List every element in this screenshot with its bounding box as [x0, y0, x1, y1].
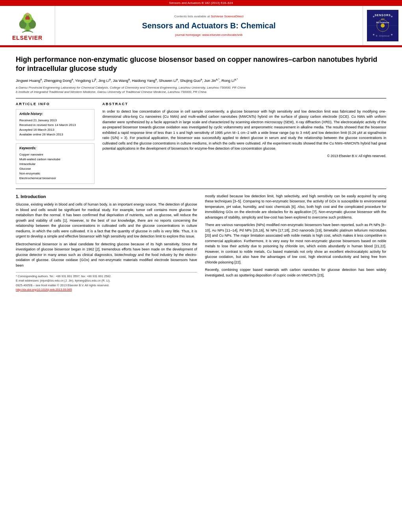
keyword-4: Glucose: [19, 167, 91, 171]
svg-point-15: [373, 34, 374, 35]
footnote-issn: 0925-4005/$ – see front matter © 2013 El…: [16, 283, 197, 287]
body-area: 1. Introduction Glucose, existing widely…: [16, 194, 386, 292]
right-para2: There are various nanoparticles (NPs) mo…: [205, 222, 387, 265]
elsevier-logo: ELSEVIER: [0, 6, 55, 45]
article-info-label: ARTICLE INFO: [16, 102, 94, 107]
elsevier-brand-text: ELSEVIER: [12, 34, 43, 42]
doi-link[interactable]: http://dx.doi.org/10.1016/j.snb.2013.03.…: [16, 288, 72, 291]
right-para1: mostly studied because low detection lim…: [205, 194, 387, 221]
affiliation-b: b Institute of Integrated Traditional an…: [16, 90, 386, 94]
sciverse-line: Contents lists available at SciVerse Sci…: [174, 14, 243, 19]
keyword-3: Intracellular: [19, 162, 91, 166]
journal-title-area: Contents lists available at SciVerse Sci…: [55, 6, 363, 45]
title-divider: [16, 98, 386, 98]
svg-point-16: [391, 34, 393, 35]
abstract-text: In order to detect low concentration of …: [102, 109, 386, 152]
article-history-box: Article history: Received 21 January 201…: [16, 109, 94, 140]
journal-header: ELSEVIER Contents lists available at Sci…: [0, 6, 402, 46]
elsevier-tree-icon: [14, 9, 41, 33]
affiliation-a: a Gansu Provincial Engineering Laborator…: [16, 85, 386, 90]
authors-line: Jingwei Huanga, Zhengping Donga, Yingdon…: [16, 78, 386, 83]
right-para3: Recently, combining copper based materia…: [205, 267, 387, 278]
abstract-col: ABSTRACT In order to detect low concentr…: [102, 102, 386, 184]
paper-container: High performance non-enzymatic glucose b…: [0, 47, 402, 300]
info-abstract-area: ARTICLE INFO Article history: Received 2…: [16, 102, 386, 184]
sciverse-link[interactable]: SciVerse ScienceDirect: [211, 15, 243, 18]
body-divider: [16, 189, 386, 189]
svg-text:AcTuators: AcTuators: [376, 21, 389, 24]
paper-title: High performance non-enzymatic glucose b…: [16, 55, 386, 74]
copyright-line: © 2013 Elsevier B.V. All rights reserved…: [102, 154, 386, 159]
sensors-actuators-logo: SENSORS and AcTuators B: Chemical: [367, 10, 398, 41]
svg-text:SENSORS: SENSORS: [374, 14, 391, 17]
history-title: Article history:: [19, 112, 91, 117]
svg-rect-7: [25, 17, 30, 19]
homepage-url[interactable]: www.elsevier.com/locate/snb: [202, 33, 243, 37]
journal-title: Sensors and Actuators B: Chemical: [142, 20, 276, 31]
svg-point-5: [26, 13, 29, 15]
body-right-col: mostly studied because low detection lim…: [205, 194, 387, 292]
intro-para2: Electrochemical biosensor is an ideal ca…: [16, 242, 197, 269]
journal-citation-text: Sensors and Actuators B 182 (2013) 618–6…: [169, 1, 233, 5]
keywords-title: Keywords:: [19, 146, 91, 151]
svg-point-12: [381, 24, 385, 28]
footnote-area: * Corresponding authors. Tel.: +86 931 8…: [16, 272, 197, 292]
sensors-logo-svg: SENSORS and AcTuators B: Chemical: [368, 11, 398, 41]
intro-heading: 1. Introduction: [16, 194, 197, 200]
received-date: Received 21 January 2013: [19, 118, 91, 122]
available-date: Available online 26 March 2013: [19, 132, 91, 137]
body-left-col: 1. Introduction Glucose, existing widely…: [16, 194, 197, 292]
abstract-label: ABSTRACT: [102, 102, 386, 107]
keyword-1: Copper nanowire: [19, 152, 91, 157]
homepage-label: journal homepage:: [175, 33, 201, 37]
affiliations: a Gansu Provincial Engineering Laborator…: [16, 85, 386, 94]
footnote-corresponding: * Corresponding authors. Tel.: +86 931 8…: [16, 274, 197, 278]
article-info-col: ARTICLE INFO Article history: Received 2…: [16, 102, 94, 184]
keyword-6: Electrochemical biosensor: [19, 176, 91, 180]
svg-text:and: and: [381, 18, 384, 20]
svg-point-14: [391, 16, 393, 17]
keywords-box: Keywords: Copper nanowire Multi-walled c…: [16, 143, 94, 184]
keyword-2: Multi-walled carbon nanotube: [19, 157, 91, 161]
journal-citation-bar: Sensors and Actuators B 182 (2013) 618–6…: [0, 0, 402, 6]
accepted-date: Accepted 16 March 2013: [19, 128, 91, 132]
svg-text:B: Chemical: B: Chemical: [376, 35, 389, 37]
journal-homepage: journal homepage: www.elsevier.com/locat…: [175, 33, 243, 37]
footnote-doi: http://dx.doi.org/10.1016/j.snb.2013.03.…: [16, 287, 197, 292]
intro-para1: Glucose, existing widely in blood and ce…: [16, 202, 197, 239]
authors-text: Jingwei Huanga, Zhengping Donga, Yingdon…: [16, 78, 238, 83]
footnote-email: E-mail addresses: jinjun@lzu.edu.cn (J. …: [16, 278, 197, 283]
keyword-5: Non-enzymatic: [19, 171, 91, 176]
sensors-actuators-logo-box: SENSORS and AcTuators B: Chemical: [363, 6, 402, 45]
revised-date: Received in revised form 14 March 2013: [19, 123, 91, 127]
